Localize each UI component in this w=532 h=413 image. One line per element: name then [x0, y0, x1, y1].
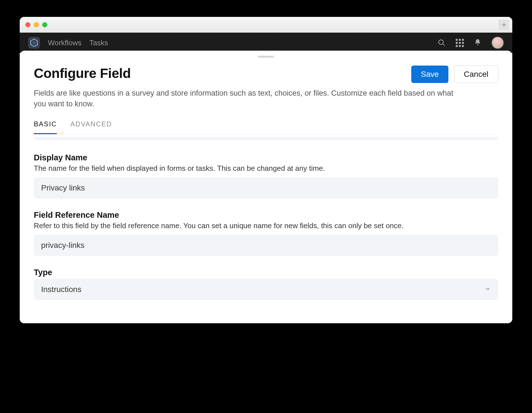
avatar[interactable] — [491, 37, 504, 49]
minimize-window-button[interactable] — [34, 22, 39, 27]
drag-handle[interactable] — [258, 56, 274, 58]
reference-name-label: Field Reference Name — [34, 210, 498, 220]
titlebar: + — [20, 17, 512, 33]
app-header: Workflows Tasks — [20, 33, 512, 53]
reference-name-input[interactable] — [34, 235, 498, 256]
reference-name-hint: Refer to this field by the field referen… — [34, 221, 498, 230]
modal-description: Fields are like questions in a survey an… — [34, 88, 456, 109]
chevron-down-icon — [485, 285, 491, 294]
tab-underline-bar — [34, 137, 498, 140]
close-window-button[interactable] — [25, 22, 30, 27]
tab-advanced[interactable]: ADVANCED — [70, 120, 112, 134]
configure-field-modal: Configure Field Save Cancel Fields are l… — [20, 51, 512, 323]
tab-basic[interactable]: BASIC — [34, 120, 57, 134]
svg-point-0 — [33, 42, 35, 44]
type-label: Type — [34, 268, 498, 277]
save-button[interactable]: Save — [411, 66, 448, 83]
hexagon-icon — [30, 38, 39, 47]
new-tab-button[interactable]: + — [499, 20, 509, 30]
tabs: BASIC ADVANCED — [34, 120, 498, 134]
svg-point-1 — [439, 40, 443, 44]
type-value: Instructions — [41, 285, 81, 294]
app-window: + Workflows Tasks — [20, 17, 512, 323]
cancel-button[interactable]: Cancel — [454, 66, 498, 83]
modal-header: Configure Field Save Cancel — [34, 66, 498, 83]
maximize-window-button[interactable] — [42, 22, 47, 27]
app-logo[interactable] — [28, 37, 40, 49]
header-right — [438, 37, 504, 49]
apps-icon[interactable] — [456, 39, 464, 47]
display-name-group: Display Name The name for the field when… — [34, 153, 498, 199]
modal-actions: Save Cancel — [411, 66, 498, 83]
search-icon[interactable] — [438, 39, 446, 47]
notifications-icon[interactable] — [474, 39, 481, 47]
svg-line-2 — [443, 44, 445, 46]
display-name-hint: The name for the field when displayed in… — [34, 164, 498, 173]
display-name-input[interactable] — [34, 177, 498, 199]
nav-workflows[interactable]: Workflows — [48, 39, 81, 47]
reference-name-group: Field Reference Name Refer to this field… — [34, 210, 498, 256]
window-controls — [25, 22, 47, 27]
display-name-label: Display Name — [34, 153, 498, 162]
type-select[interactable]: Instructions — [34, 279, 498, 300]
plus-icon: + — [502, 20, 506, 29]
modal-title: Configure Field — [34, 66, 131, 81]
type-group: Type Instructions — [34, 268, 498, 300]
nav-tasks[interactable]: Tasks — [89, 39, 108, 47]
